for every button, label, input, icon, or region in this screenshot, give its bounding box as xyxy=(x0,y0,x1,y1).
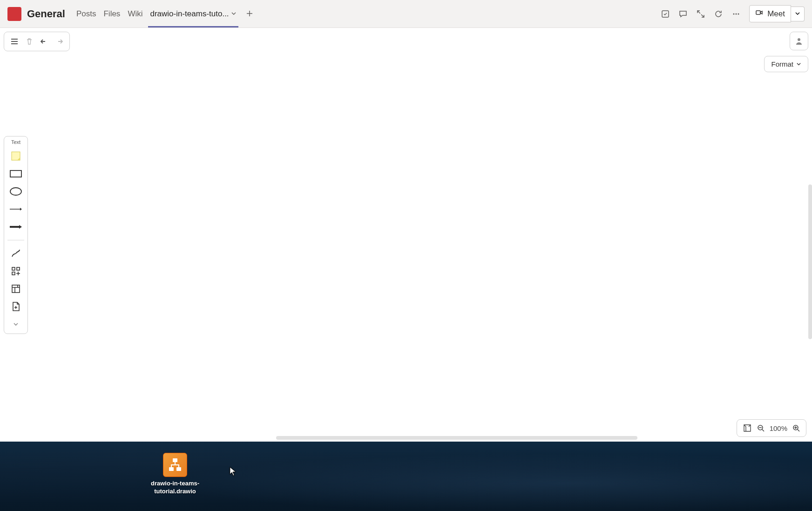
svg-point-2 xyxy=(736,13,737,14)
meet-label: Meet xyxy=(767,9,785,19)
svg-rect-16 xyxy=(173,458,177,462)
top-right-actions: Meet xyxy=(661,5,805,22)
shapes-panel: Text xyxy=(4,136,28,334)
svg-rect-12 xyxy=(12,272,15,275)
app-icon[interactable] xyxy=(661,9,670,19)
svg-rect-17 xyxy=(169,467,174,471)
chevron-down-icon xyxy=(796,60,801,68)
outline-icon[interactable] xyxy=(743,423,752,433)
svg-point-3 xyxy=(738,13,739,14)
more-icon[interactable] xyxy=(731,9,741,19)
meet-button-group: Meet xyxy=(749,5,805,22)
drawio-canvas-area[interactable]: Format Text xyxy=(0,28,812,442)
drawio-file-icon[interactable] xyxy=(163,453,187,477)
desktop-file-label[interactable]: drawio-in-teams-tutorial.drawio xyxy=(149,480,201,496)
zoom-value[interactable]: 100% xyxy=(770,424,787,432)
line-shape[interactable] xyxy=(9,203,23,216)
zoom-in-button[interactable] xyxy=(792,424,800,432)
tab-drawio-label: drawio-in-teams-tuto... xyxy=(150,9,229,19)
format-label: Format xyxy=(771,60,793,68)
horizontal-scrollbar[interactable] xyxy=(276,436,637,440)
tab-files[interactable]: Files xyxy=(100,0,124,27)
shapes-library-icon[interactable] xyxy=(9,265,23,278)
redo-button xyxy=(53,35,66,48)
expand-shapes-icon[interactable] xyxy=(9,318,23,331)
top-toolbar xyxy=(4,32,70,51)
svg-rect-11 xyxy=(17,267,20,270)
meet-button[interactable]: Meet xyxy=(749,5,791,22)
zoom-panel: 100% xyxy=(737,419,806,437)
tab-drawio[interactable]: drawio-in-teams-tuto... xyxy=(146,0,240,27)
share-user-button[interactable] xyxy=(790,32,808,50)
undo-button[interactable] xyxy=(38,35,51,48)
video-icon xyxy=(755,8,764,19)
insert-page-icon[interactable] xyxy=(9,300,23,313)
arrow-shape[interactable] xyxy=(9,220,23,233)
rectangle-shape[interactable] xyxy=(9,167,23,180)
separator xyxy=(7,240,24,240)
vertical-scrollbar[interactable] xyxy=(808,184,812,339)
sticky-note-shape[interactable] xyxy=(9,150,23,163)
channel-name: General xyxy=(27,8,65,20)
menu-button[interactable] xyxy=(8,35,21,48)
text-tool[interactable]: Text xyxy=(11,139,20,145)
delete-button xyxy=(23,35,36,48)
meet-more-button[interactable] xyxy=(791,7,805,21)
ellipse-shape[interactable] xyxy=(9,185,23,198)
svg-rect-18 xyxy=(176,467,181,471)
freehand-tool[interactable] xyxy=(9,247,23,260)
svg-rect-4 xyxy=(756,11,760,14)
tab-posts[interactable]: Posts xyxy=(73,0,100,27)
refresh-icon[interactable] xyxy=(714,9,723,19)
chevron-down-icon[interactable] xyxy=(231,9,237,19)
teams-top-bar: General Posts Files Wiki drawio-in-teams… xyxy=(0,0,812,28)
expand-icon[interactable] xyxy=(696,9,705,19)
add-tab-button[interactable] xyxy=(240,8,259,20)
chat-icon[interactable] xyxy=(678,9,688,19)
cursor-icon xyxy=(230,467,237,478)
table-tool[interactable] xyxy=(9,282,23,295)
svg-point-8 xyxy=(10,188,21,195)
svg-point-5 xyxy=(798,38,800,41)
desktop-background[interactable]: drawio-in-teams-tutorial.drawio xyxy=(0,442,812,511)
svg-point-1 xyxy=(733,13,735,14)
svg-rect-13 xyxy=(12,285,20,293)
tab-wiki[interactable]: Wiki xyxy=(124,0,146,27)
svg-rect-7 xyxy=(10,170,21,177)
svg-point-9 xyxy=(19,250,20,251)
zoom-out-button[interactable] xyxy=(757,424,765,432)
team-avatar[interactable] xyxy=(7,7,21,21)
channel-tabs: Posts Files Wiki drawio-in-teams-tuto... xyxy=(73,0,259,27)
format-button[interactable]: Format xyxy=(764,56,808,72)
svg-rect-10 xyxy=(12,267,15,270)
